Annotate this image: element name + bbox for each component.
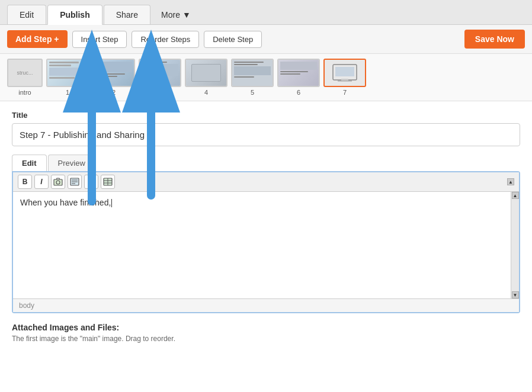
title-input[interactable] <box>12 123 520 146</box>
step-label-2: 2 <box>112 89 116 96</box>
toolbar-row: Add Step + Insert Step Reorder Steps Del… <box>0 25 532 54</box>
editor-toolbar: B I ▲ <box>13 172 519 192</box>
table-button[interactable] <box>101 175 115 189</box>
editor-footer: body <box>13 298 519 312</box>
text-cursor <box>111 199 112 207</box>
step-label-1: 1 <box>66 89 69 96</box>
step-thumb-2 <box>92 59 135 87</box>
step-item-6[interactable]: 6 <box>277 59 320 96</box>
step-item-3[interactable]: 3 <box>139 59 181 96</box>
scrollbar-down-arrow[interactable]: ▼ <box>512 291 519 298</box>
svg-rect-2 <box>341 79 348 81</box>
scrollbar-up-arrow[interactable]: ▲ <box>512 192 519 199</box>
top-tabs: Edit Publish Share More ▼ <box>0 0 532 25</box>
attached-section: Attached Images and Files: The first ima… <box>12 323 520 343</box>
editor-wrapper: B I ▲ <box>12 171 520 313</box>
step-thumb-6 <box>277 59 320 87</box>
sub-tab-edit[interactable]: Edit <box>12 155 47 171</box>
step-label-4: 4 <box>204 89 208 96</box>
bold-button[interactable]: B <box>18 175 32 189</box>
step-label-3: 3 <box>158 89 162 96</box>
format-button[interactable] <box>68 175 82 189</box>
chevron-down-icon: ▼ <box>182 10 191 20</box>
italic-button[interactable]: I <box>34 175 49 189</box>
step-label-6: 6 <box>297 89 300 96</box>
main-content: Title Edit Preview B I <box>0 101 532 352</box>
page-wrapper: Edit Publish Share More ▼ Add Step + Ins… <box>0 0 532 392</box>
reorder-steps-button[interactable]: Reorder Steps <box>132 31 199 48</box>
editor-text: When you have finished, <box>20 198 111 207</box>
svg-rect-1 <box>335 67 354 76</box>
step-thumb-1 <box>46 59 89 87</box>
delete-step-button[interactable]: Delete Step <box>204 31 262 48</box>
step-label-intro: intro <box>18 89 31 96</box>
step-item-5[interactable]: 5 <box>231 59 274 96</box>
tab-publish[interactable]: Publish <box>47 5 102 25</box>
step-item-1[interactable]: 1 <box>46 59 89 96</box>
step-thumb-intro: struc... <box>7 59 43 87</box>
editor-scrollbar-up[interactable]: ▲ <box>507 178 514 186</box>
insert-step-button[interactable]: Insert Step <box>72 31 127 48</box>
save-now-button[interactable]: Save Now <box>464 30 525 49</box>
editor-body[interactable]: When you have finished, ▲ ▼ <box>13 192 519 298</box>
step-label-7: 7 <box>343 89 347 96</box>
editor-sub-tabs: Edit Preview <box>12 155 520 171</box>
eraser-button[interactable] <box>84 175 98 189</box>
attached-subtitle: The first image is the "main" image. Dra… <box>12 335 520 343</box>
svg-rect-3 <box>338 81 352 82</box>
add-step-button[interactable]: Add Step + <box>7 30 68 48</box>
step-label-5: 5 <box>251 89 254 96</box>
step-item-7[interactable]: 7 <box>323 59 366 96</box>
sub-tab-preview[interactable]: Preview <box>48 155 95 171</box>
tab-edit[interactable]: Edit <box>7 5 46 24</box>
steps-scroll: struc... intro 1 <box>7 59 525 96</box>
title-label: Title <box>12 111 520 120</box>
steps-strip: struc... intro 1 <box>0 54 532 101</box>
step-item-intro[interactable]: struc... intro <box>7 59 43 96</box>
step-thumb-5 <box>231 59 274 87</box>
step-item-2[interactable]: 2 <box>92 59 135 96</box>
editor-scrollbar[interactable]: ▲ ▼ <box>511 192 519 298</box>
image-button[interactable] <box>51 175 65 189</box>
attached-title: Attached Images and Files: <box>12 323 520 332</box>
tab-share[interactable]: Share <box>104 5 150 24</box>
step-thumb-4 <box>185 59 227 87</box>
step-item-4[interactable]: 4 <box>185 59 227 96</box>
step-thumb-7 <box>323 59 366 87</box>
step-thumb-3 <box>139 59 181 87</box>
tab-more[interactable]: More ▼ <box>152 5 200 24</box>
